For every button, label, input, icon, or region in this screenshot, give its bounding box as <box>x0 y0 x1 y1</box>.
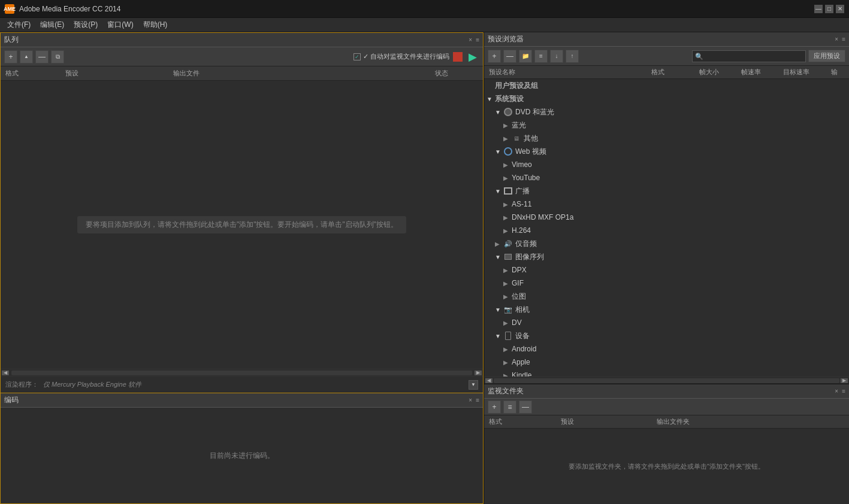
preset-scrollbar-h[interactable]: ◀ ▶ <box>484 377 849 384</box>
bitmap-expand-icon: ▶ <box>503 293 512 300</box>
tree-item-dv[interactable]: ▶ DV <box>484 316 849 329</box>
menu-preset[interactable]: 预设(P) <box>69 19 102 31</box>
vimeo-expand-icon: ▶ <box>503 162 512 168</box>
encoding-panel-title: 编码 <box>4 395 465 405</box>
watch-empty-area: 要添加监视文件夹，请将文件夹拖到此处或单击"添加文件夹"按钮。 <box>484 429 849 504</box>
tree-item-as11[interactable]: ▶ AS-11 <box>484 198 849 211</box>
menu-edit[interactable]: 编辑(E) <box>35 19 69 31</box>
watch-folder-menu[interactable]: ≡ <box>842 388 845 394</box>
tree-item-gif[interactable]: ▶ GIF <box>484 277 849 290</box>
tree-item-device[interactable]: ▼ 设备 <box>484 329 849 342</box>
queue-add-button[interactable]: + <box>4 50 17 63</box>
dvd-icon <box>503 107 513 117</box>
queue-toolbar-right: ✓ ✓ 自动对监视文件夹进行编码 ▶ <box>354 50 479 63</box>
preset-toolbar: + — 📁 ≡ ↓ ↑ 应用预设 <box>484 47 849 66</box>
queue-toolbar: + ▲ — ⧉ ✓ ✓ 自动对监视文件夹进行编码 ▶ <box>1 47 483 66</box>
tree-item-dpx[interactable]: ▶ DPX <box>484 263 849 277</box>
broadcast-label: 广播 <box>515 186 847 196</box>
preset-add-button[interactable]: + <box>488 50 501 63</box>
tree-item-camera[interactable]: ▼ 📷 相机 <box>484 303 849 316</box>
preset-list-button[interactable]: ≡ <box>534 50 548 63</box>
stop-button[interactable] <box>453 52 463 62</box>
scrollbar-left-arrow[interactable]: ◀ <box>2 371 9 375</box>
preset-apply-button[interactable]: 应用预设 <box>808 50 845 62</box>
preset-scrollbar-track-h[interactable] <box>494 378 839 383</box>
menu-window[interactable]: 窗口(W) <box>102 19 138 31</box>
watch-list-button[interactable]: ≡ <box>503 400 516 414</box>
encoding-panel-close[interactable]: × <box>467 397 473 403</box>
preset-scrollbar-right[interactable]: ▶ <box>841 378 848 383</box>
queue-scrollbar-track[interactable] <box>11 371 472 375</box>
youtube-label: YouTube <box>512 174 847 182</box>
tree-item-h264[interactable]: ▶ H.264 <box>484 224 849 237</box>
maximize-button[interactable]: □ <box>825 5 833 13</box>
queue-remove-button[interactable]: — <box>35 50 49 63</box>
queue-move-up-button[interactable]: ▲ <box>20 50 33 63</box>
preset-table-header: 预设名称 格式 帧大小 帧速率 目标速率 输 <box>484 66 849 79</box>
tree-item-youtube[interactable]: ▶ YouTube <box>484 171 849 184</box>
tree-item-dnxhd[interactable]: ▶ DNxHD MXF OP1a <box>484 211 849 224</box>
preset-folder-button[interactable]: 📁 <box>519 50 532 63</box>
queue-panel-menu[interactable]: ≡ <box>476 37 479 43</box>
watch-add-button[interactable]: + <box>488 400 501 414</box>
preset-browser-menu[interactable]: ≡ <box>842 36 845 42</box>
renderer-dropdown[interactable]: ▼ <box>469 380 478 390</box>
pcol-fps-header: 帧速率 <box>739 68 781 77</box>
queue-toolbar-left: + ▲ — ⧉ <box>4 50 64 63</box>
auto-encode-checkbox[interactable]: ✓ <box>354 53 361 60</box>
tree-item-web-video[interactable]: ▼ Web 视频 <box>484 145 849 158</box>
user-section-label: 用户预设及组 <box>495 81 847 91</box>
queue-panel-close[interactable]: × <box>467 37 473 43</box>
wcol-output-header: 输出文件夹 <box>654 417 847 426</box>
preset-export-button[interactable]: ↑ <box>566 50 579 63</box>
tree-item-kindle[interactable]: ▶ Kindle <box>484 369 849 377</box>
pcol-name-header: 预设名称 <box>487 68 649 77</box>
tree-item-bluray[interactable]: ▶ 蓝光 <box>484 119 849 132</box>
pcol-size-header: 帧大小 <box>697 68 739 77</box>
tree-item-apple[interactable]: ▶ Apple <box>484 356 849 369</box>
tree-item-image-sequence[interactable]: ▼ 图像序列 <box>484 250 849 263</box>
encoding-empty-area: 目前尚未进行编码。 <box>1 408 483 503</box>
menu-file[interactable]: 文件(F) <box>2 19 35 31</box>
tree-item-other[interactable]: ▶ 🖥 其他 <box>484 132 849 145</box>
tree-item-audio[interactable]: ▶ 🔊 仅音频 <box>484 237 849 250</box>
close-button[interactable]: ✕ <box>836 5 844 13</box>
preset-search-input[interactable] <box>692 50 806 62</box>
tree-user-section[interactable]: 用户预设及组 <box>484 79 849 92</box>
audio-icon: 🔊 <box>503 239 513 248</box>
preset-scrollbar-left[interactable]: ◀ <box>485 378 493 383</box>
preset-browser: 预设浏览器 × ≡ + — 📁 ≡ ↓ ↑ 应用预设 预设名称 格式 帧大小 帧… <box>484 32 849 384</box>
web-icon <box>503 147 513 156</box>
queue-scrollbar[interactable]: ◀ ▶ <box>1 369 483 376</box>
watch-folder-header: 监视文件夹 × ≡ <box>484 384 849 399</box>
tree-system-section[interactable]: ▼ 系统预设 <box>484 92 849 105</box>
dvd-bluray-label: DVD 和蓝光 <box>515 107 847 117</box>
queue-duplicate-button[interactable]: ⧉ <box>51 50 64 63</box>
encoding-empty-text: 目前尚未进行编码。 <box>210 451 274 461</box>
tree-item-android[interactable]: ▶ Android <box>484 342 849 356</box>
image-sequence-label: 图像序列 <box>515 252 847 262</box>
preset-import-button[interactable]: ↓ <box>550 50 563 63</box>
scrollbar-right-arrow[interactable]: ▶ <box>475 371 482 375</box>
watch-folder-close[interactable]: × <box>833 388 839 394</box>
dpx-label: DPX <box>512 266 847 274</box>
device-expand-icon: ▼ <box>495 333 503 339</box>
encoding-panel-menu[interactable]: ≡ <box>476 397 479 403</box>
camera-expand-icon: ▼ <box>495 306 503 313</box>
tree-item-dvd-bluray[interactable]: ▼ DVD 和蓝光 <box>484 105 849 119</box>
menu-help[interactable]: 帮助(H) <box>138 19 173 31</box>
h264-expand-icon: ▶ <box>503 227 512 234</box>
minimize-button[interactable]: — <box>814 5 823 13</box>
tree-item-broadcast[interactable]: ▼ 广播 <box>484 184 849 198</box>
queue-panel: 队列 × ≡ + ▲ — ⧉ ✓ ✓ 自动对监视文件夹进行编码 ▶ <box>0 32 484 393</box>
android-label: Android <box>512 345 847 353</box>
preset-tree[interactable]: 用户预设及组 ▼ 系统预设 ▼ DVD 和蓝光 ▶ 蓝光 <box>484 79 849 377</box>
preset-remove-button[interactable]: — <box>503 50 516 63</box>
right-panel: 预设浏览器 × ≡ + — 📁 ≡ ↓ ↑ 应用预设 预设名称 格式 帧大小 帧… <box>484 32 849 504</box>
tree-item-bitmap[interactable]: ▶ 位图 <box>484 290 849 303</box>
tree-item-vimeo[interactable]: ▶ Vimeo <box>484 158 849 171</box>
preset-browser-close[interactable]: × <box>833 36 839 42</box>
watch-remove-button[interactable]: — <box>519 400 532 414</box>
start-queue-button[interactable]: ▶ <box>466 50 479 63</box>
bluray-expand-icon: ▶ <box>503 122 512 129</box>
